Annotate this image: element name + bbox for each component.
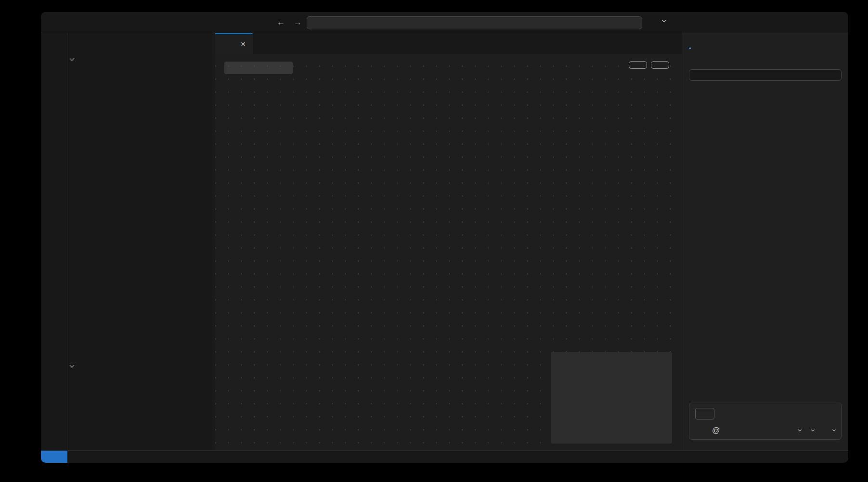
forward-arrow-icon[interactable]: → xyxy=(294,18,302,27)
copilot-menu-button[interactable] xyxy=(650,16,666,25)
warning-icon xyxy=(121,453,128,460)
chevron-down-icon xyxy=(662,18,667,23)
bell-icon[interactable] xyxy=(833,453,841,461)
remote-indicator[interactable] xyxy=(41,451,67,463)
more-actions-icon[interactable] xyxy=(199,39,207,47)
model-dropdown[interactable] xyxy=(809,430,814,431)
copilot-status-icon[interactable] xyxy=(819,453,827,461)
more-actions-icon[interactable] xyxy=(666,39,674,48)
chat-tab[interactable] xyxy=(689,39,691,49)
screen: ← → xyxy=(0,0,868,482)
tab-bar: × xyxy=(215,33,682,54)
workbench-body: × xyxy=(41,33,848,450)
zoom-indicator-icon[interactable] xyxy=(805,453,813,461)
editor-group: × xyxy=(215,33,682,450)
erd-canvas[interactable] xyxy=(215,54,682,450)
auto-layout-button[interactable] xyxy=(651,61,669,69)
error-icon xyxy=(109,453,116,460)
send-button[interactable] xyxy=(822,427,835,435)
activity-bar xyxy=(41,33,67,450)
search-icon xyxy=(469,20,476,26)
chevron-down-icon xyxy=(798,428,802,431)
erd-schema-icon xyxy=(222,40,230,48)
git-branch-icon xyxy=(74,453,81,460)
chevron-down-icon xyxy=(832,428,836,431)
command-center-search[interactable] xyxy=(307,16,642,29)
query-history-section xyxy=(67,360,215,378)
chat-body: @ xyxy=(682,54,848,450)
vscode-window: ← → xyxy=(41,12,848,463)
microphone-icon[interactable] xyxy=(695,427,703,435)
paperclip-icon xyxy=(700,410,707,417)
status-bar-right xyxy=(805,453,848,461)
chat-panel: @ xyxy=(682,33,848,450)
connections-section-header[interactable] xyxy=(67,53,215,65)
chat-header xyxy=(682,33,848,54)
refresh-button[interactable] xyxy=(629,61,647,69)
chat-code-block xyxy=(689,69,842,81)
sidebar xyxy=(67,33,215,450)
editor-actions xyxy=(650,33,682,54)
chevron-down-icon xyxy=(811,428,815,431)
minimap[interactable] xyxy=(551,352,672,444)
chevron-down-icon xyxy=(70,56,75,61)
status-bar xyxy=(41,450,848,463)
chat-input-box[interactable]: @ xyxy=(689,403,842,440)
branch-status-item[interactable] xyxy=(67,453,88,460)
add-context-button[interactable] xyxy=(695,408,714,419)
tab-schema-designer[interactable]: × xyxy=(215,33,253,54)
query-history-header[interactable] xyxy=(67,360,215,372)
copilot-icon xyxy=(650,16,660,25)
split-editor-icon[interactable] xyxy=(650,39,658,48)
sync-status-item[interactable] xyxy=(88,453,105,460)
history-nav: ← → xyxy=(277,12,302,33)
sync-icon xyxy=(91,453,99,460)
chevron-down-icon xyxy=(70,363,75,368)
vscode-logo-icon xyxy=(48,17,58,28)
tab-close-icon[interactable]: × xyxy=(241,39,246,49)
send-icon xyxy=(822,427,830,435)
sidebar-title-row xyxy=(67,33,215,53)
schema-legend xyxy=(224,62,293,74)
chat-input-toolbar: @ xyxy=(695,426,835,435)
titlebar: ← → xyxy=(41,12,848,33)
mention-icon[interactable]: @ xyxy=(712,426,720,435)
back-arrow-icon[interactable]: ← xyxy=(277,18,285,27)
mode-dropdown[interactable] xyxy=(796,430,801,431)
problems-status-item[interactable] xyxy=(105,453,134,460)
diagram-buttons xyxy=(629,61,669,69)
